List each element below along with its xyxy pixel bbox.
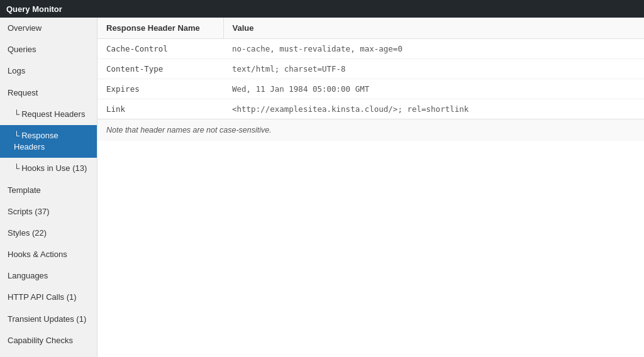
sidebar-item-languages[interactable]: Languages [0,265,97,287]
sidebar-item-response-headers[interactable]: └Response Headers [0,125,97,158]
cell-header-value-2: Wed, 11 Jan 1984 05:00:00 GMT [223,79,644,99]
sidebar-item-styles[interactable]: Styles (22) [0,222,97,244]
table-row: Content-Typetext/html; charset=UTF-8 [97,59,644,79]
sidebar-item-request-headers[interactable]: └Request Headers [0,104,97,125]
table-row: Cache-Controlno-cache, must-revalidate, … [97,39,644,59]
sidebar-item-scripts[interactable]: Scripts (37) [0,201,97,222]
content-area: Response Header NameValue Cache-Controln… [97,18,644,357]
app-title: Query Monitor [6,4,62,14]
table-row: ExpiresWed, 11 Jan 1984 05:00:00 GMT [97,79,644,99]
cell-header-name-1: Content-Type [97,59,223,79]
sidebar-item-logs[interactable]: Logs [0,60,97,82]
table-body: Cache-Controlno-cache, must-revalidate, … [97,39,644,119]
sub-indicator: └ [14,131,19,140]
sidebar-item-capability-checks[interactable]: Capability Checks [0,330,97,351]
cell-header-name-3: Link [97,99,223,119]
title-bar: Query Monitor [0,0,644,18]
sidebar-item-transient-updates[interactable]: Transient Updates (1) [0,309,97,330]
sidebar-item-request[interactable]: Request [0,82,97,104]
sidebar: OverviewQueriesLogsRequest└Request Heade… [0,18,97,357]
sidebar-item-template[interactable]: Template [0,180,97,201]
table-header-row: Response Header NameValue [97,18,644,39]
sub-indicator: └ [14,163,19,173]
sidebar-item-queries[interactable]: Queries [0,39,97,60]
table-header: Response Header NameValue [97,18,644,39]
response-headers-table: Response Header NameValue Cache-Controln… [97,18,644,119]
sidebar-item-hooks-actions[interactable]: Hooks & Actions [0,244,97,265]
sidebar-item-hooks-in-use[interactable]: └Hooks in Use (13) [0,158,97,179]
cell-header-value-3: <http://examplesitea.kinsta.cloud/>; rel… [223,99,644,119]
table-row: Link<http://examplesitea.kinsta.cloud/>;… [97,99,644,119]
table-container: Response Header NameValue Cache-Controln… [97,18,644,141]
sidebar-item-overview[interactable]: Overview [0,18,97,39]
cell-header-name-2: Expires [97,79,223,99]
table-note: Note that header names are not case-sens… [97,119,644,141]
cell-header-value-0: no-cache, must-revalidate, max-age=0 [223,39,644,59]
app-container: Query Monitor OverviewQueriesLogsRequest… [0,0,644,357]
main-area: OverviewQueriesLogsRequest└Request Heade… [0,18,644,357]
col-header-name: Response Header Name [97,18,223,39]
cell-header-value-1: text/html; charset=UTF-8 [223,59,644,79]
sub-indicator: └ [14,109,19,119]
sidebar-item-environment[interactable]: Environment [0,351,97,357]
col-header-value: Value [223,18,644,39]
sidebar-item-http-api-calls[interactable]: HTTP API Calls (1) [0,287,97,308]
cell-header-name-0: Cache-Control [97,39,223,59]
